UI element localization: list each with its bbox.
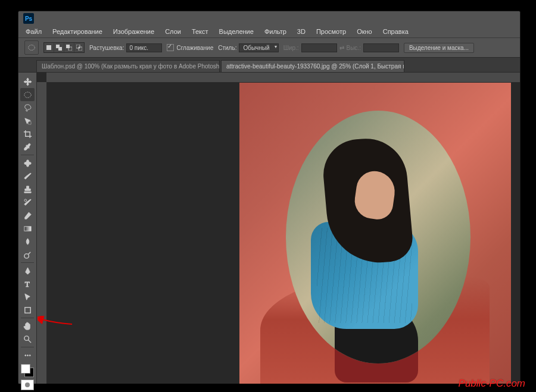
menu-text[interactable]: Текст bbox=[187, 27, 213, 36]
color-swatches[interactable] bbox=[21, 364, 34, 377]
tab-template[interactable]: Шаблон.psd @ 100% (Как размыть края у фо… bbox=[36, 60, 220, 72]
width-label: Шир.: bbox=[283, 45, 299, 51]
ruler-horizontal bbox=[46, 73, 520, 83]
width-input bbox=[301, 43, 337, 52]
pen-tool-icon[interactable] bbox=[20, 264, 35, 277]
menu-window[interactable]: Окно bbox=[352, 27, 377, 36]
svg-rect-8 bbox=[79, 47, 80, 48]
menu-edit[interactable]: Редактирование bbox=[48, 27, 107, 36]
annotation-arrow bbox=[38, 316, 73, 328]
menu-file[interactable]: Файл bbox=[21, 27, 46, 36]
svg-rect-4 bbox=[66, 45, 70, 48]
select-and-mask-button[interactable]: Выделение и маска... bbox=[404, 43, 474, 53]
menu-3d[interactable]: 3D bbox=[292, 27, 310, 36]
gradient-tool-icon[interactable] bbox=[20, 222, 35, 235]
canvas-area[interactable] bbox=[37, 73, 520, 384]
svg-rect-1 bbox=[46, 45, 51, 50]
style-label: Стиль: bbox=[218, 45, 236, 51]
antialias-label: Сглаживание bbox=[176, 45, 213, 51]
selection-new-icon[interactable] bbox=[44, 43, 54, 52]
menu-filter[interactable]: Фильтр bbox=[260, 27, 291, 36]
tab-label: Шаблон.psd @ 100% (Как размыть края у фо… bbox=[42, 63, 220, 70]
menu-select[interactable]: Выделение bbox=[214, 27, 258, 36]
selection-subtract-icon[interactable] bbox=[64, 43, 74, 52]
document-canvas[interactable] bbox=[239, 82, 511, 384]
selection-intersect-icon[interactable] bbox=[74, 43, 84, 52]
app-window: Ps Файл Редактирование Изображение Слои … bbox=[18, 11, 521, 384]
svg-point-19 bbox=[24, 355, 26, 356]
path-select-tool-icon[interactable] bbox=[20, 290, 35, 303]
svg-text:T: T bbox=[24, 280, 29, 288]
svg-point-15 bbox=[24, 253, 29, 258]
eyedropper-tool-icon[interactable] bbox=[20, 140, 35, 153]
selection-add-icon[interactable] bbox=[54, 43, 64, 52]
document-tabs: Шаблон.psd @ 100% (Как размыть края у фо… bbox=[18, 58, 520, 73]
height-label: Выс.: bbox=[347, 45, 361, 51]
svg-rect-3 bbox=[58, 47, 62, 51]
menu-help[interactable]: Справка bbox=[378, 27, 413, 36]
healing-tool-icon[interactable] bbox=[20, 156, 35, 170]
history-brush-tool-icon[interactable] bbox=[20, 196, 35, 209]
ruler-vertical bbox=[37, 82, 47, 384]
foreground-color[interactable] bbox=[21, 364, 30, 374]
zoom-tool-icon[interactable] bbox=[20, 333, 35, 346]
svg-point-13 bbox=[24, 199, 26, 201]
svg-rect-10 bbox=[28, 121, 31, 124]
svg-rect-17 bbox=[24, 307, 30, 312]
options-bar: Растушевка: Сглаживание Стиль: Обычный Ш… bbox=[18, 37, 520, 58]
height-input bbox=[363, 43, 399, 52]
move-tool-icon[interactable] bbox=[20, 75, 35, 88]
crop-tool-icon[interactable] bbox=[20, 127, 35, 140]
menu-layer[interactable]: Слои bbox=[160, 27, 186, 36]
menubar: Файл Редактирование Изображение Слои Тек… bbox=[18, 26, 520, 37]
svg-rect-12 bbox=[26, 159, 29, 166]
tools-panel: T bbox=[18, 73, 37, 384]
quick-mask-toggle-icon[interactable] bbox=[21, 380, 34, 390]
feather-input[interactable] bbox=[126, 43, 162, 52]
workspace: T bbox=[18, 73, 520, 384]
svg-rect-14 bbox=[24, 226, 30, 231]
selection-mode-group bbox=[43, 42, 85, 53]
type-tool-icon[interactable]: T bbox=[20, 277, 35, 290]
menu-image[interactable]: Изображение bbox=[108, 27, 159, 36]
app-logo: Ps bbox=[23, 13, 34, 24]
eraser-tool-icon[interactable] bbox=[20, 209, 35, 222]
edit-toolbar-icon[interactable] bbox=[20, 349, 35, 362]
stamp-tool-icon[interactable] bbox=[20, 183, 35, 196]
titlebar: Ps bbox=[18, 11, 520, 26]
quick-select-tool-icon[interactable] bbox=[20, 114, 35, 127]
lasso-tool-icon[interactable] bbox=[20, 101, 35, 114]
dodge-tool-icon[interactable] bbox=[20, 248, 35, 261]
style-dropdown[interactable]: Обычный bbox=[239, 43, 278, 52]
quick-mask-selection bbox=[286, 111, 470, 363]
tab-photo[interactable]: attractive-beautiful-beauty-1933760.jpg … bbox=[221, 60, 404, 72]
menu-view[interactable]: Просмотр bbox=[311, 27, 351, 36]
brush-tool-icon[interactable] bbox=[20, 170, 35, 183]
swap-dims-icon: ⇄ bbox=[339, 45, 344, 51]
feather-label: Растушевка: bbox=[89, 45, 124, 51]
svg-point-9 bbox=[24, 92, 30, 97]
svg-point-21 bbox=[29, 355, 30, 356]
antialias-checkbox[interactable] bbox=[167, 44, 174, 51]
shape-tool-icon[interactable] bbox=[20, 303, 35, 316]
marquee-tool-icon[interactable] bbox=[20, 88, 35, 101]
svg-point-0 bbox=[29, 45, 35, 51]
tab-label: attractive-beautiful-beauty-1933760.jpg … bbox=[226, 63, 404, 70]
current-tool-icon[interactable] bbox=[24, 40, 39, 55]
watermark: Public-PC.com bbox=[459, 378, 525, 390]
blur-tool-icon[interactable] bbox=[20, 235, 35, 248]
svg-point-18 bbox=[24, 335, 29, 340]
hand-tool-icon[interactable] bbox=[20, 319, 35, 333]
svg-point-20 bbox=[27, 355, 28, 356]
